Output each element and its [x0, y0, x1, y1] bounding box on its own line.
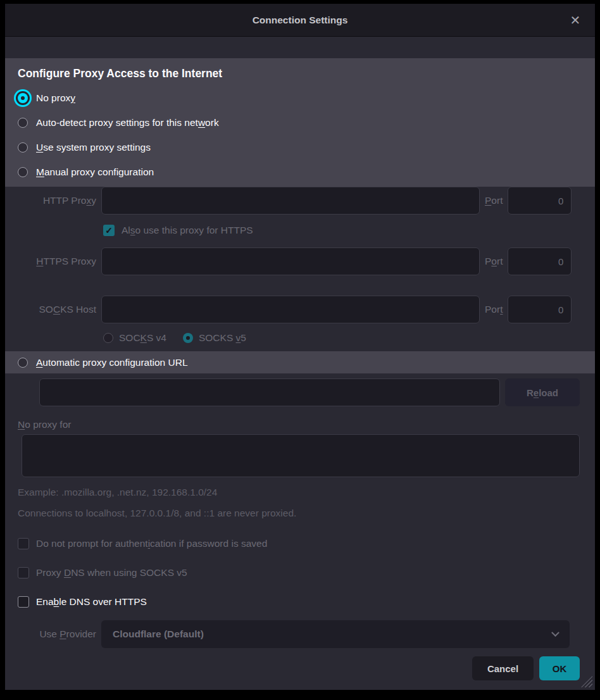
- radio-socks-v5: SOCKS v5: [183, 332, 246, 344]
- also-https-label: Also use this proxy for HTTPS: [122, 225, 253, 236]
- radio-selected-icon: [18, 93, 28, 103]
- reload-button: Reload: [505, 378, 580, 406]
- socks-port-input: [508, 296, 572, 323]
- socks-host-row: SOCKS Host Port: [5, 296, 595, 323]
- checkbox-no-prompt-auth: Do not prompt for authentication if pass…: [18, 536, 595, 551]
- radio-auto-detect[interactable]: Auto-detect proxy settings for this netw…: [18, 110, 582, 135]
- radio-icon: [103, 333, 113, 343]
- radio-no-proxy-label: No proxy: [36, 92, 75, 104]
- radio-automatic-proxy-url[interactable]: Automatic proxy configuration URL: [5, 351, 595, 373]
- dialog-title: Connection Settings: [253, 15, 348, 26]
- http-port-label: Port: [485, 195, 503, 206]
- checkbox-proxy-dns-socks5: Proxy DNS when using SOCKS v5: [18, 565, 595, 580]
- no-prompt-auth-label: Do not prompt for authentication if pass…: [36, 538, 267, 549]
- close-icon: ✕: [570, 13, 581, 27]
- https-port-input: [508, 247, 572, 275]
- checkbox-enable-doh[interactable]: Enable DNS over HTTPS: [18, 594, 595, 609]
- auto-url-row: Reload: [5, 378, 595, 406]
- checkbox-checked-icon: ✓: [103, 225, 115, 236]
- radio-manual-proxy[interactable]: Manual proxy configuration: [18, 159, 582, 184]
- localhost-note: Connections to localhost, 127.0.0.1/8, a…: [18, 506, 595, 520]
- https-proxy-label: HTTPS Proxy: [5, 256, 101, 267]
- radio-icon: [18, 358, 28, 368]
- checkbox-icon: [18, 567, 29, 578]
- radio-system-proxy[interactable]: Use system proxy settings: [18, 135, 582, 159]
- provider-selected-value: Cloudflare (Default): [113, 628, 204, 640]
- http-proxy-row: HTTP Proxy Port: [5, 187, 595, 215]
- radio-icon: [18, 142, 28, 153]
- radio-selected-icon: [183, 333, 193, 343]
- no-proxy-example: Example: .mozilla.org, .net.nz, 192.168.…: [18, 485, 595, 499]
- no-proxy-for-label: No proxy for: [18, 419, 595, 430]
- socks-v5-label: SOCKS v5: [199, 332, 246, 344]
- checkbox-icon: [18, 538, 29, 549]
- enable-doh-label: Enable DNS over HTTPS: [36, 596, 147, 608]
- https-port-label: Port: [485, 256, 503, 267]
- radio-auto-detect-label: Auto-detect proxy settings for this netw…: [36, 117, 219, 128]
- radio-manual-proxy-label: Manual proxy configuration: [36, 166, 154, 178]
- https-proxy-input: [101, 247, 480, 275]
- section-heading: Configure Proxy Access to the Internet: [18, 67, 582, 80]
- ok-button[interactable]: OK: [539, 656, 580, 680]
- socks-port-label: Port: [485, 304, 503, 315]
- radio-system-proxy-label: Use system proxy settings: [36, 142, 151, 153]
- http-proxy-input: [101, 187, 480, 215]
- close-button[interactable]: ✕: [566, 4, 585, 37]
- http-proxy-label: HTTP Proxy: [5, 195, 101, 206]
- dialog-titlebar: Connection Settings ✕: [5, 4, 595, 37]
- connection-settings-dialog: Connection Settings ✕ Configure Proxy Ac…: [5, 4, 595, 690]
- radio-icon: [18, 167, 28, 177]
- no-proxy-for-textarea: [22, 434, 580, 477]
- chevron-down-icon: [551, 628, 559, 637]
- radio-no-proxy[interactable]: No proxy: [18, 85, 582, 110]
- checkbox-icon: [18, 596, 29, 608]
- checkbox-also-https: ✓ Also use this proxy for HTTPS: [103, 223, 595, 238]
- socks-host-label: SOCKS Host: [5, 304, 101, 315]
- provider-row: Use Provider Cloudflare (Default): [5, 620, 595, 648]
- dialog-footer: Cancel OK: [5, 656, 595, 680]
- socks-host-input: [101, 296, 480, 323]
- radio-icon: [18, 118, 28, 128]
- proxy-dns-label: Proxy DNS when using SOCKS v5: [36, 567, 187, 578]
- http-port-input: [508, 187, 572, 215]
- options-group: Do not prompt for authentication if pass…: [5, 536, 595, 609]
- socks-version-group: SOCKS v4 SOCKS v5: [103, 330, 595, 346]
- auto-url-input: [39, 378, 500, 406]
- cancel-button[interactable]: Cancel: [472, 656, 534, 680]
- provider-dropdown: Cloudflare (Default): [101, 620, 570, 648]
- socks-v4-label: SOCKS v4: [119, 332, 166, 344]
- automatic-proxy-url-label: Automatic proxy configuration URL: [36, 357, 188, 368]
- https-proxy-row: HTTPS Proxy Port: [5, 247, 595, 275]
- radio-socks-v4: SOCKS v4: [103, 332, 166, 344]
- use-provider-label: Use Provider: [5, 628, 101, 640]
- proxy-mode-section: Configure Proxy Access to the Internet N…: [5, 58, 595, 187]
